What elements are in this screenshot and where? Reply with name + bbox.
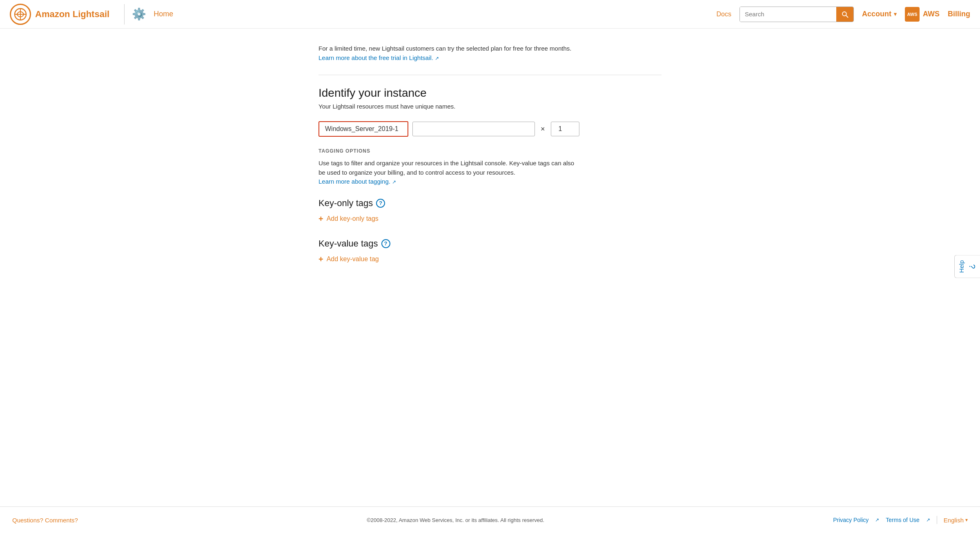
tagging-desc-line2: be used to organize your billing, and to…: [318, 168, 662, 178]
instance-separator: ×: [539, 125, 547, 133]
navbar: Amazon Lightsail ⚙️ Home Docs Account ▾ …: [0, 0, 980, 29]
instance-name-suffix-input[interactable]: [412, 122, 535, 136]
key-only-tags-help-icon[interactable]: ?: [376, 199, 385, 208]
billing-link[interactable]: Billing: [948, 10, 970, 18]
section-title: Identify your instance: [318, 87, 662, 100]
section-divider: [318, 75, 662, 75]
questions-comments-link[interactable]: Questions? Comments?: [12, 517, 78, 524]
language-chevron-icon: ▾: [965, 517, 968, 523]
key-only-tags-section: Key-only tags ? + Add key-only tags: [318, 198, 662, 224]
search-button[interactable]: [836, 7, 853, 22]
plus-icon-2: +: [318, 255, 323, 264]
instance-count-input[interactable]: [551, 122, 579, 136]
search-box: [739, 7, 854, 22]
home-link[interactable]: Home: [154, 10, 173, 18]
footer-questions: Questions? Comments?: [12, 517, 78, 524]
tagging-desc: Use tags to filter and organize your res…: [318, 159, 662, 187]
search-input[interactable]: [740, 7, 836, 22]
logo-icon: [10, 4, 31, 25]
nav-divider: [124, 4, 125, 24]
footer-right: Privacy Policy ↗ Terms of Use ↗ English …: [833, 516, 968, 524]
add-key-only-tags-button[interactable]: + Add key-only tags: [318, 214, 379, 224]
footer-copyright: ©2008-2022, Amazon Web Services, Inc. or…: [367, 517, 544, 523]
key-value-tags-section: Key-value tags ? + Add key-value tag: [318, 238, 662, 264]
aws-icon: AWS: [905, 7, 920, 22]
instance-name-prefix[interactable]: Windows_Server_2019-1: [318, 121, 408, 137]
plus-icon: +: [318, 214, 323, 224]
tagging-desc-line1: Use tags to filter and organize your res…: [318, 159, 662, 168]
logo-link[interactable]: Amazon Lightsail: [10, 4, 109, 25]
tagging-learn-more-link[interactable]: Learn more about tagging. ↗: [318, 178, 396, 185]
key-value-tags-title: Key-value tags ?: [318, 238, 662, 249]
instance-name-row: Windows_Server_2019-1 ×: [318, 121, 662, 137]
aws-link[interactable]: AWS AWS: [905, 7, 940, 22]
help-tab[interactable]: ? Help: [954, 255, 980, 278]
free-trial-text: For a limited time, new Lightsail custom…: [318, 45, 662, 52]
terms-of-use-link[interactable]: Terms of Use: [886, 517, 919, 523]
external-link-icon: ↗: [435, 56, 439, 61]
footer: Questions? Comments? ©2008-2022, Amazon …: [0, 506, 980, 533]
privacy-ext-icon: ↗: [875, 517, 879, 523]
navbar-right: Docs Account ▾ AWS AWS Billing: [717, 7, 970, 22]
footer-divider: [937, 516, 937, 524]
account-chevron-icon: ▾: [894, 11, 897, 17]
add-key-value-tag-button[interactable]: + Add key-value tag: [318, 255, 379, 264]
account-button[interactable]: Account ▾: [862, 10, 897, 18]
tagging-label: TAGGING OPTIONS: [318, 148, 662, 154]
logo-text: Amazon Lightsail: [35, 9, 109, 20]
free-trial-banner: For a limited time, new Lightsail custom…: [318, 45, 662, 62]
section-subtitle: Your Lightsail resources must have uniqu…: [318, 103, 662, 110]
svg-line-4: [846, 15, 848, 17]
language-selector[interactable]: English ▾: [944, 517, 968, 524]
key-only-tags-title: Key-only tags ?: [318, 198, 662, 209]
tagging-ext-link-icon: ↗: [392, 179, 396, 185]
docs-link[interactable]: Docs: [717, 11, 731, 18]
key-value-tags-help-icon[interactable]: ?: [381, 239, 390, 248]
main-content: For a limited time, new Lightsail custom…: [306, 29, 674, 506]
help-circle-icon: ?: [967, 264, 977, 269]
free-trial-link[interactable]: Learn more about the free trial in Light…: [318, 54, 439, 61]
terms-ext-icon: ↗: [926, 517, 930, 523]
help-tab-label: Help: [958, 260, 965, 273]
settings-icon[interactable]: ⚙️: [132, 7, 146, 21]
privacy-policy-link[interactable]: Privacy Policy: [833, 517, 869, 523]
